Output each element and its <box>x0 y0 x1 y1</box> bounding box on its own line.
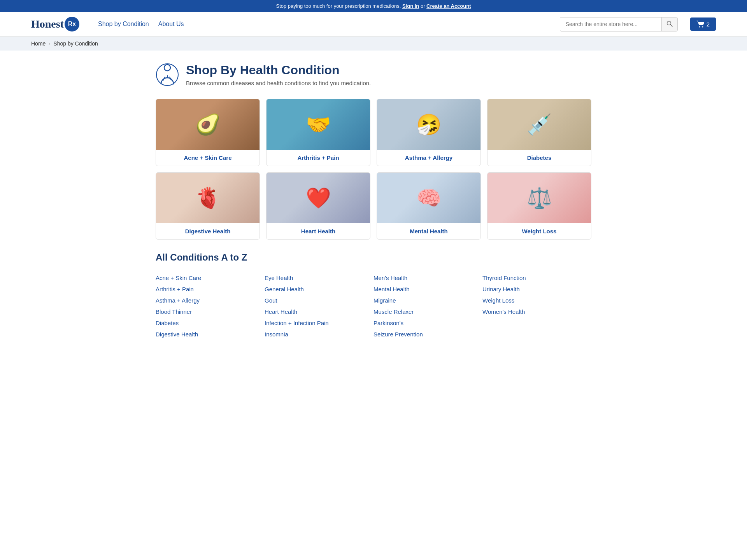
condition-link[interactable]: Men's Health <box>374 272 482 284</box>
condition-link[interactable]: General Health <box>265 284 374 295</box>
card-emoji-heart: ❤️ <box>306 186 331 210</box>
create-account-link[interactable]: Create an Account <box>426 3 471 9</box>
page-subheading: Browse common diseases and health condit… <box>186 80 371 86</box>
card-label-acne: Acne + Skin Care <box>156 150 260 166</box>
all-conditions-section: All Conditions A to Z Acne + Skin CareAr… <box>156 252 591 340</box>
main-content: Shop By Health Condition Browse common d… <box>124 51 622 363</box>
condition-link[interactable]: Parkinson's <box>374 317 482 329</box>
condition-link[interactable]: Urinary Health <box>482 284 591 295</box>
condition-link[interactable]: Gout <box>265 295 374 306</box>
card-label-diabetes: Diabetes <box>487 150 591 166</box>
card-emoji-acne: 🥑 <box>195 113 221 136</box>
card-img-inner-asthma: 🤧 <box>377 99 480 150</box>
svg-line-1 <box>670 24 672 26</box>
condition-link[interactable]: Blood Thinner <box>156 306 265 317</box>
breadcrumb-home[interactable]: Home <box>31 40 46 47</box>
search-bar <box>560 17 678 32</box>
page-title-text: Shop By Health Condition Browse common d… <box>186 63 371 86</box>
card-emoji-digestive: 🫀 <box>195 186 221 210</box>
card-img-inner-arthritis: 🤝 <box>267 99 370 150</box>
condition-link[interactable]: Acne + Skin Care <box>156 272 265 284</box>
condition-link[interactable]: Women's Health <box>482 306 591 317</box>
condition-link[interactable]: Migraine <box>374 295 482 306</box>
cart-button[interactable]: 2 <box>690 18 716 31</box>
card-emoji-diabetes: 💉 <box>527 113 552 136</box>
card-label-arthritis: Arthritis + Pain <box>267 150 370 166</box>
cart-count: 2 <box>707 21 710 28</box>
card-asthma[interactable]: 🤧 Asthma + Allergy <box>377 99 481 166</box>
card-heart[interactable]: ❤️ Heart Health <box>266 172 370 240</box>
signin-link[interactable]: Sign In <box>402 3 419 9</box>
condition-link[interactable]: Seizure Prevention <box>374 329 482 340</box>
card-image-diabetes: 💉 <box>487 99 591 150</box>
condition-link[interactable]: Insomnia <box>265 329 374 340</box>
card-emoji-mental: 🧠 <box>416 186 442 210</box>
banner-or: or <box>421 3 425 9</box>
card-label-mental: Mental Health <box>377 223 480 239</box>
card-image-asthma: 🤧 <box>377 99 480 150</box>
card-label-asthma: Asthma + Allergy <box>377 150 480 166</box>
top-banner: Stop paying too much for your prescripti… <box>0 0 747 12</box>
condition-link[interactable]: Weight Loss <box>482 295 591 306</box>
card-acne[interactable]: 🥑 Acne + Skin Care <box>156 99 260 166</box>
condition-link[interactable]: Digestive Health <box>156 329 265 340</box>
card-img-inner-mental: 🧠 <box>377 173 480 223</box>
condition-link[interactable]: Heart Health <box>265 306 374 317</box>
condition-link[interactable]: Infection + Infection Pain <box>265 317 374 329</box>
cards-grid: 🥑 Acne + Skin Care 🤝 Arthritis + Pain 🤧 … <box>156 99 591 240</box>
logo-rx: Rx <box>65 17 79 32</box>
logo-text: Honest <box>31 18 64 30</box>
page-title-icon <box>156 63 179 86</box>
card-image-digestive: 🫀 <box>156 173 260 223</box>
card-label-weight: Weight Loss <box>487 223 591 239</box>
card-img-inner-acne: 🥑 <box>156 99 260 150</box>
card-diabetes[interactable]: 💉 Diabetes <box>487 99 591 166</box>
svg-point-4 <box>164 65 170 71</box>
footer-spacer <box>0 363 747 394</box>
card-weight[interactable]: ⚖️ Weight Loss <box>487 172 591 240</box>
card-mental[interactable]: 🧠 Mental Health <box>377 172 481 240</box>
search-button[interactable] <box>661 18 677 31</box>
conditions-col-0: Acne + Skin CareArthritis + PainAsthma +… <box>156 272 265 340</box>
card-emoji-arthritis: 🤝 <box>306 113 331 136</box>
svg-point-5 <box>156 64 178 86</box>
conditions-col-3: Thyroid FunctionUrinary HealthWeight Los… <box>482 272 591 340</box>
card-digestive[interactable]: 🫀 Digestive Health <box>156 172 260 240</box>
header: Honest Rx Shop by Condition About Us 2 <box>0 12 747 37</box>
condition-link[interactable]: Thyroid Function <box>482 272 591 284</box>
condition-link[interactable]: Eye Health <box>265 272 374 284</box>
page-title-section: Shop By Health Condition Browse common d… <box>156 63 591 86</box>
card-label-digestive: Digestive Health <box>156 223 260 239</box>
card-image-heart: ❤️ <box>267 173 370 223</box>
condition-link[interactable]: Diabetes <box>156 317 265 329</box>
card-arthritis[interactable]: 🤝 Arthritis + Pain <box>266 99 370 166</box>
card-image-mental: 🧠 <box>377 173 480 223</box>
card-image-weight: ⚖️ <box>487 173 591 223</box>
condition-link[interactable]: Arthritis + Pain <box>156 284 265 295</box>
card-img-inner-digestive: 🫀 <box>156 173 260 223</box>
nav-about-us[interactable]: About Us <box>158 21 184 28</box>
conditions-grid: Acne + Skin CareArthritis + PainAsthma +… <box>156 272 591 340</box>
banner-text: Stop paying too much for your prescripti… <box>276 3 401 9</box>
page-heading: Shop By Health Condition <box>186 63 371 77</box>
svg-point-3 <box>702 26 703 28</box>
breadcrumb-current: Shop by Condition <box>53 40 98 47</box>
card-emoji-asthma: 🤧 <box>416 113 442 136</box>
conditions-col-2: Men's HealthMental HealthMigraineMuscle … <box>374 272 482 340</box>
card-img-inner-weight: ⚖️ <box>487 173 591 223</box>
search-input[interactable] <box>560 18 661 30</box>
logo[interactable]: Honest Rx <box>31 17 79 32</box>
breadcrumb: Home › Shop by Condition <box>0 37 747 51</box>
card-image-arthritis: 🤝 <box>267 99 370 150</box>
condition-link[interactable]: Muscle Relaxer <box>374 306 482 317</box>
card-emoji-weight: ⚖️ <box>527 186 552 210</box>
condition-link[interactable]: Mental Health <box>374 284 482 295</box>
card-img-inner-diabetes: 💉 <box>487 99 591 150</box>
card-img-inner-heart: ❤️ <box>267 173 370 223</box>
card-label-heart: Heart Health <box>267 223 370 239</box>
breadcrumb-separator: › <box>49 41 50 46</box>
nav-shop-by-condition[interactable]: Shop by Condition <box>98 21 149 28</box>
main-nav: Shop by Condition About Us <box>98 21 184 28</box>
conditions-col-1: Eye HealthGeneral HealthGoutHeart Health… <box>265 272 374 340</box>
condition-link[interactable]: Asthma + Allergy <box>156 295 265 306</box>
